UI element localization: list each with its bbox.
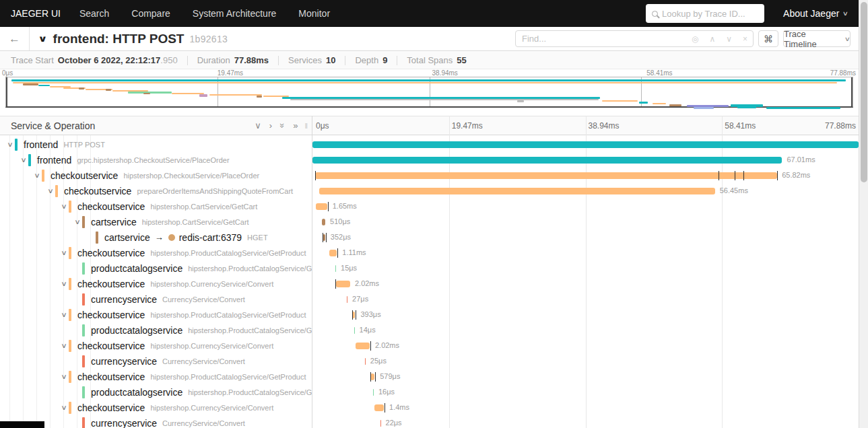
prev-match-icon[interactable]: ∧ xyxy=(704,34,721,44)
row-collapse-icon[interactable]: ∨ xyxy=(58,311,70,318)
span-tree-row[interactable]: ∨checkoutservicehipstershop.ProductCatal… xyxy=(0,245,312,260)
nav-item-compare[interactable]: Compare xyxy=(131,8,170,19)
span-tree-row[interactable]: ∨frontendgrpc.hipstershop.CheckoutServic… xyxy=(0,152,312,168)
span-bar-row[interactable]: 2.02ms xyxy=(312,338,859,353)
operation-name: hipstershop.CurrencyService/Convert xyxy=(150,280,273,288)
span-bar-row[interactable]: 14μs xyxy=(312,322,859,338)
span-bar-row[interactable]: 352μs xyxy=(312,229,859,245)
span-tree-row[interactable]: currencyserviceCurrencyService/Convert xyxy=(0,353,312,369)
trace-lookup[interactable] xyxy=(646,4,764,23)
operation-name: CurrencyService/Convert xyxy=(162,357,245,365)
span-tree-row[interactable]: ∨checkoutservicehipstershop.CartService/… xyxy=(0,199,312,214)
span-bar-row[interactable]: 393μs xyxy=(312,307,859,322)
span-bar-row[interactable]: 510μs xyxy=(312,214,859,229)
nav-item-search[interactable]: Search xyxy=(79,8,109,19)
span-bar-row[interactable]: 67.01ms xyxy=(312,152,859,168)
span-bar-row[interactable]: 15μs xyxy=(312,260,859,276)
expand-all-icon[interactable]: » xyxy=(293,121,298,130)
span-bar-row[interactable]: 56.45ms xyxy=(312,183,859,199)
span-duration-bar[interactable] xyxy=(329,250,337,256)
span-bar-row[interactable]: 579μs xyxy=(312,369,859,384)
about-jaeger-menu[interactable]: About Jaeger ∨ xyxy=(783,8,848,19)
span-tree-row[interactable]: ∨checkoutservicehipstershop.ProductCatal… xyxy=(0,307,312,322)
next-match-icon[interactable]: ∨ xyxy=(721,34,737,44)
span-tree-row[interactable]: ∨checkoutservicehipstershop.CurrencyServ… xyxy=(0,338,312,353)
focus-match-icon[interactable]: ◎ xyxy=(686,34,704,44)
span-duration-bar[interactable] xyxy=(380,420,381,427)
nav-item-monitor[interactable]: Monitor xyxy=(298,8,330,19)
span-tree-row[interactable]: ∨frontendHTTP POST xyxy=(0,137,312,152)
span-tree-row[interactable]: ∨checkoutservicehipstershop.CheckoutServ… xyxy=(0,168,312,183)
trace-view-select[interactable]: Trace Timeline ∨ xyxy=(783,30,850,47)
span-duration-bar[interactable] xyxy=(316,203,327,210)
collapse-trace-icon[interactable]: ∨ xyxy=(38,34,47,44)
span-tree-row[interactable]: ∨checkoutservicehipstershop.ProductCatal… xyxy=(0,369,312,384)
span-bar-row[interactable] xyxy=(312,137,859,152)
span-duration-bar[interactable] xyxy=(312,157,782,164)
span-bar-row[interactable]: 1.4ms xyxy=(312,400,859,415)
span-duration-bar[interactable] xyxy=(347,296,347,303)
row-collapse-icon[interactable]: ∨ xyxy=(58,203,70,210)
span-bar-row[interactable]: 2.02ms xyxy=(312,276,859,291)
expand-one-icon[interactable]: › xyxy=(269,121,272,130)
span-duration-bar[interactable] xyxy=(356,343,370,349)
span-bar-row[interactable]: 25μs xyxy=(312,353,859,369)
span-duration-bar[interactable] xyxy=(319,188,715,194)
span-tree-row[interactable]: ∨checkoutservicehipstershop.CurrencyServ… xyxy=(0,400,312,415)
span-duration-bar[interactable] xyxy=(322,219,325,225)
span-tree-row[interactable]: ∨checkoutserviceprepareOrderItemsAndShip… xyxy=(0,183,312,199)
trace-lookup-input[interactable] xyxy=(662,9,758,19)
trace-minimap[interactable] xyxy=(5,77,853,108)
back-button[interactable]: ← xyxy=(0,27,30,50)
span-tree-row[interactable]: cartservice→redis-cart:6379HGET xyxy=(0,229,312,245)
page-scrollbar[interactable] xyxy=(859,0,868,428)
column-resizer-grip[interactable]: ‖ xyxy=(304,122,308,130)
span-tree-row[interactable]: productcatalogservicehipstershop.Product… xyxy=(0,260,312,276)
row-collapse-icon[interactable]: ∨ xyxy=(58,280,70,287)
clear-find-icon[interactable]: × xyxy=(737,34,753,44)
span-duration-bar[interactable] xyxy=(370,373,374,380)
row-collapse-icon[interactable]: ∨ xyxy=(58,373,70,380)
row-collapse-icon[interactable]: ∨ xyxy=(58,249,70,256)
viewport-right-handle[interactable] xyxy=(851,77,853,106)
keyboard-shortcuts-button[interactable]: ⌘ xyxy=(758,30,778,47)
span-duration-bar[interactable] xyxy=(335,265,336,272)
span-bar-row[interactable]: 27μs xyxy=(312,291,859,307)
span-duration-bar[interactable] xyxy=(336,281,350,287)
span-duration-bar[interactable] xyxy=(373,389,374,396)
span-bar-row[interactable]: 1.65ms xyxy=(312,199,859,214)
span-bar-row[interactable]: 22μs xyxy=(312,415,859,428)
nav-item-system-architecture[interactable]: System Architecture xyxy=(193,8,277,19)
scrollbar-thumb[interactable] xyxy=(861,2,867,182)
span-tree-row[interactable]: currencyserviceCurrencyService/Convert xyxy=(0,291,312,307)
row-collapse-icon[interactable]: ∨ xyxy=(58,404,70,411)
row-collapse-icon[interactable]: ∨ xyxy=(4,141,16,148)
row-collapse-icon[interactable]: ∨ xyxy=(31,172,43,179)
find-input[interactable] xyxy=(516,34,686,44)
log-marker xyxy=(315,171,316,180)
row-collapse-icon[interactable]: ∨ xyxy=(58,342,70,349)
span-duration-bar[interactable] xyxy=(354,327,355,334)
span-tree-row[interactable]: ∨checkoutservicehipstershop.CurrencyServ… xyxy=(0,276,312,291)
app-logo[interactable]: JAEGER UI xyxy=(11,8,61,19)
span-duration-bar[interactable] xyxy=(374,404,385,411)
minimap-span xyxy=(11,79,846,81)
row-collapse-icon[interactable]: ∨ xyxy=(44,187,57,194)
span-bar-row[interactable]: 16μs xyxy=(312,384,859,400)
span-duration-label: 15μs xyxy=(341,260,357,276)
span-tree-row[interactable]: productcatalogservicehipstershop.Product… xyxy=(0,384,312,400)
span-duration-bar[interactable] xyxy=(312,141,859,148)
row-collapse-icon[interactable]: ∨ xyxy=(71,218,84,225)
span-duration-bar[interactable] xyxy=(323,234,325,241)
span-tree-row[interactable]: ∨cartservicehipstershop.CartService/GetC… xyxy=(0,214,312,229)
span-bar-row[interactable]: 65.82ms xyxy=(312,168,859,183)
span-duration-bar[interactable] xyxy=(365,358,366,365)
span-tree-row[interactable]: productcatalogservicehipstershop.Product… xyxy=(0,322,312,338)
row-collapse-icon[interactable]: ∨ xyxy=(18,156,30,164)
span-bar-row[interactable]: 1.11ms xyxy=(312,245,859,260)
span-duration-bar[interactable] xyxy=(315,172,777,179)
collapse-one-icon[interactable]: ∨ xyxy=(255,121,261,130)
span-tree-row[interactable]: currencyserviceCurrencyService/Convert xyxy=(0,415,312,428)
viewport-left-handle[interactable] xyxy=(6,77,7,106)
collapse-all-icon[interactable]: » xyxy=(278,123,287,128)
